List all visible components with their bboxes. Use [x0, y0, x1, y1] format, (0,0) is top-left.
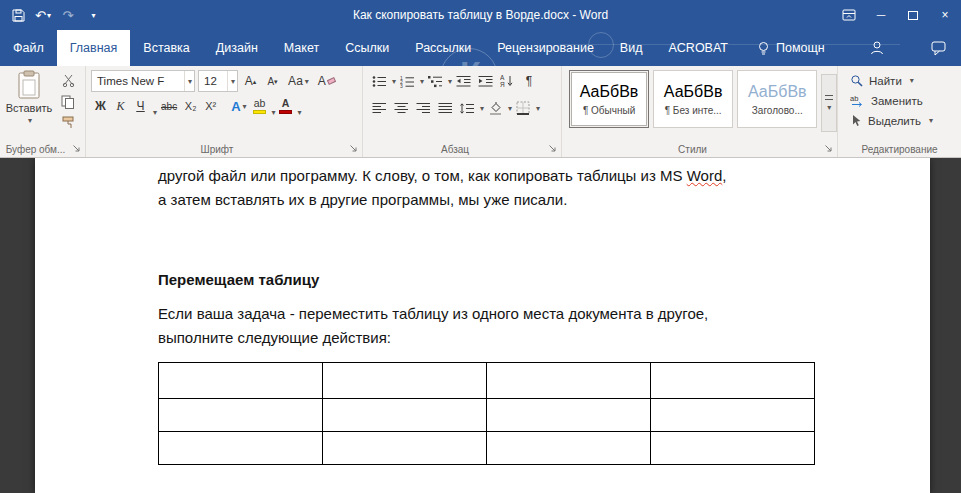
- document-page[interactable]: другой файл или программу. К слову, о то…: [35, 158, 930, 493]
- table-cell[interactable]: [651, 432, 815, 465]
- table-cell[interactable]: [159, 399, 323, 432]
- underline-caret-icon[interactable]: ▾: [153, 108, 157, 117]
- increase-indent-icon[interactable]: [474, 71, 496, 91]
- style-card-heading1[interactable]: АаБбВв Заголово...: [737, 70, 817, 128]
- show-paragraph-marks-icon[interactable]: ¶: [518, 71, 540, 91]
- underline-button[interactable]: Ч: [131, 95, 150, 117]
- ribbon-display-options-button[interactable]: [833, 0, 865, 30]
- table-cell[interactable]: [159, 363, 323, 399]
- editing-group-label: Редактирование: [838, 144, 961, 155]
- tab-acrobat[interactable]: ACROBAT: [655, 30, 741, 66]
- table-cell[interactable]: [323, 363, 487, 399]
- table-row: [159, 399, 815, 432]
- find-button[interactable]: Найти ▾: [850, 74, 961, 87]
- italic-button[interactable]: К: [111, 95, 130, 117]
- minimize-button[interactable]: ─: [865, 0, 897, 30]
- format-painter-icon[interactable]: [58, 114, 78, 131]
- save-icon[interactable]: [6, 3, 30, 27]
- strikethrough-button[interactable]: abc: [158, 95, 180, 117]
- bullets-icon[interactable]: [368, 71, 390, 91]
- table-cell[interactable]: [487, 363, 651, 399]
- align-left-icon[interactable]: [368, 98, 390, 118]
- bold-button[interactable]: Ж: [91, 95, 110, 117]
- window-controls: ─ ×: [833, 0, 961, 30]
- font-name-combo[interactable]: Times New F ▾: [91, 70, 195, 92]
- font-dialog-launcher[interactable]: [349, 144, 359, 154]
- table-cell[interactable]: [487, 399, 651, 432]
- tab-view[interactable]: Вид: [607, 30, 656, 66]
- align-center-icon[interactable]: [390, 98, 412, 118]
- grow-font-button[interactable]: А▴: [241, 70, 260, 92]
- undo-button[interactable]: ↶▾: [31, 3, 55, 27]
- paragraph-dialog-launcher[interactable]: [548, 144, 558, 154]
- word-window: ↶▾ ↷ ▾ Как скопировать таблицу в Ворде.d…: [0, 0, 961, 493]
- tab-design[interactable]: Дизайн: [203, 30, 271, 66]
- text-effects-button[interactable]: А▾: [228, 95, 249, 117]
- clipboard-dialog-launcher[interactable]: [72, 144, 82, 154]
- tab-home[interactable]: Главная: [57, 30, 131, 66]
- font-color-button[interactable]: А: [277, 95, 295, 117]
- font-color-caret-icon[interactable]: ▾: [298, 108, 302, 117]
- sort-icon[interactable]: АЯ: [496, 71, 518, 91]
- comments-icon[interactable]: [931, 41, 947, 56]
- tab-references[interactable]: Ссылки: [332, 30, 402, 66]
- table-cell[interactable]: [323, 399, 487, 432]
- tab-insert[interactable]: Вставка: [130, 30, 202, 66]
- superscript-button[interactable]: X²: [201, 95, 220, 117]
- table-cell[interactable]: [159, 432, 323, 465]
- change-case-button[interactable]: Аа▾: [285, 70, 312, 92]
- shrink-font-button[interactable]: А▾: [263, 70, 282, 92]
- paragraph-text: Если ваша задача - переместить таблицу и…: [158, 302, 930, 350]
- table-cell[interactable]: [651, 363, 815, 399]
- table-row: [159, 432, 815, 465]
- tell-me-tab[interactable]: Помощн: [747, 30, 835, 66]
- clipboard-small-buttons: [58, 72, 78, 131]
- highlight-caret-icon[interactable]: ▾: [272, 108, 276, 117]
- styles-dialog-launcher[interactable]: [824, 144, 834, 154]
- style-card-normal[interactable]: АаБбВв ¶ Обычный: [569, 70, 649, 128]
- styles-gallery-more-button[interactable]: ▾: [821, 74, 837, 132]
- tab-mailings[interactable]: Рассылки: [402, 30, 484, 66]
- justify-icon[interactable]: [434, 98, 456, 118]
- paragraph-text: другой файл или программу. К слову, о то…: [158, 164, 930, 188]
- redo-button[interactable]: ↷: [56, 3, 80, 27]
- style-card-no-spacing[interactable]: АаБбВв ¶ Без инте...: [653, 70, 733, 128]
- font-size-combo[interactable]: 12 ▾: [198, 70, 238, 92]
- tab-layout[interactable]: Макет: [271, 30, 332, 66]
- highlight-color-button[interactable]: ab: [251, 95, 269, 117]
- paste-button[interactable]: Вставить ▾: [3, 70, 55, 136]
- customize-qat-button[interactable]: ▾: [81, 3, 105, 27]
- line-spacing-icon[interactable]: [456, 98, 478, 118]
- clear-formatting-button[interactable]: А: [315, 70, 339, 92]
- numbering-icon[interactable]: 123: [396, 71, 418, 91]
- font-group: Times New F ▾ 12 ▾ А▴ А▾ Аа▾ А Ж К Ч: [86, 66, 363, 157]
- document-content: другой файл или программу. К слову, о то…: [35, 158, 930, 465]
- cut-icon[interactable]: [58, 72, 78, 89]
- account-person-icon[interactable]: [869, 40, 885, 56]
- shading-icon[interactable]: [484, 98, 506, 118]
- document-area: другой файл или программу. К слову, о то…: [0, 158, 961, 493]
- select-button[interactable]: Выделить ▾: [850, 114, 961, 127]
- replace-button[interactable]: ab Заменить: [850, 94, 961, 107]
- borders-icon[interactable]: [512, 98, 534, 118]
- misspelled-word: Word: [687, 167, 723, 184]
- quick-access-toolbar: ↶▾ ↷ ▾: [6, 3, 105, 27]
- svg-text:А: А: [500, 74, 505, 81]
- table-row: [159, 363, 815, 399]
- copy-icon[interactable]: [58, 93, 78, 110]
- tab-file[interactable]: Файл: [0, 30, 57, 66]
- align-right-icon[interactable]: [412, 98, 434, 118]
- decrease-indent-icon[interactable]: [452, 71, 474, 91]
- maximize-button[interactable]: [897, 0, 929, 30]
- close-button[interactable]: ×: [929, 0, 961, 30]
- clipboard-group: Вставить ▾ Буфер обм...: [0, 66, 86, 157]
- table-cell[interactable]: [651, 399, 815, 432]
- multilevel-list-icon[interactable]: [424, 71, 446, 91]
- table-cell[interactable]: [323, 432, 487, 465]
- styles-group-label: Стили: [562, 144, 823, 155]
- subscript-button[interactable]: X₂: [181, 95, 200, 117]
- font-group-label: Шрифт: [86, 144, 348, 155]
- table-cell[interactable]: [487, 432, 651, 465]
- clipboard-group-label: Буфер обм...: [0, 144, 71, 155]
- tab-review[interactable]: Рецензирование: [484, 30, 607, 66]
